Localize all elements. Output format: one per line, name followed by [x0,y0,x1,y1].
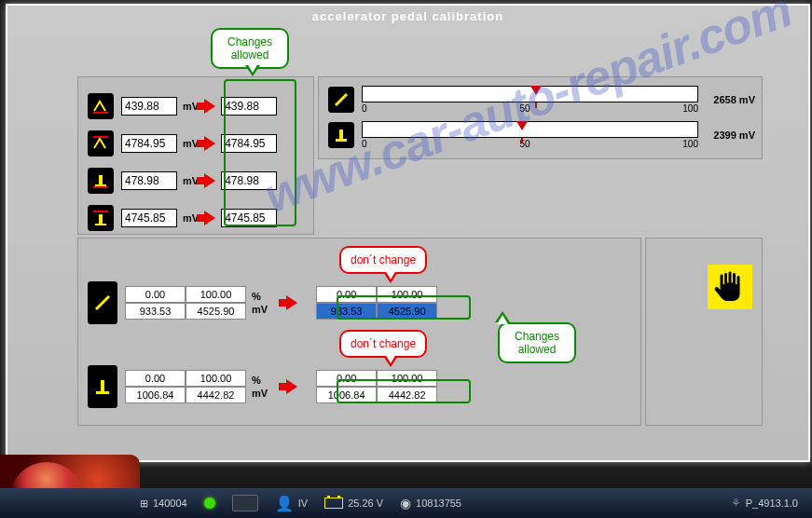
callout-changes-allowed-top: Changes allowed [211,28,289,69]
svg-rect-5 [99,214,103,224]
readout-1 [121,97,177,116]
arrow-icon [204,99,215,114]
panel-limits: 0.00100.00 933.534525.90 %mV 0.00100.00 … [77,238,641,426]
slider-1-icon [328,87,354,113]
arrow-icon [204,173,215,188]
arrow-icon [204,211,215,225]
highlight-editable-column [224,79,296,226]
svg-line-8 [336,94,347,105]
slider-2-track[interactable] [362,121,698,138]
callout-changes-allowed-bottom: Changes allowed [498,322,576,363]
taskbar-diag-icon: ⊞ [140,498,148,510]
readout-4 [121,209,177,227]
group-1-icon [88,281,117,324]
arrow-icon [286,379,297,394]
panel-sliders: 050100 2658 mV 050100 2399 mV [318,76,763,159]
slider-1-marker [530,86,542,95]
odometer-icon: ◉ [400,496,411,511]
callout-dont-change-2: don´t change [339,330,427,358]
connection-status-icon [204,498,215,509]
slider-2-marker [516,121,528,130]
head-icon: 👤 [275,495,294,512]
arrow-icon [204,136,215,151]
taskbar-voltage: 25.26 V [348,498,383,509]
slider-2-value: 2399 mV [704,130,755,141]
signal-low-1-icon [88,93,114,119]
stop-hand-icon [708,265,752,309]
callout-dont-change-1: don´t change [339,246,427,274]
signal-high-1-icon [88,130,114,157]
taskbar: ⊞140004 👤IV 25.26 V ◉10813755 ⚘P_4913.1.… [0,488,812,518]
highlight-group2-row2 [337,379,471,403]
panel-status [645,238,763,426]
svg-rect-13 [96,391,109,394]
page-title: accelerator pedal calibration [312,9,503,23]
main-window: accelerator pedal calibration Changes al… [6,4,810,462]
svg-rect-6 [95,224,106,225]
signal-high-2-icon [88,205,114,231]
slider-1-track[interactable] [362,86,698,102]
slider-1-value: 2658 mV [704,94,755,105]
signal-low-2-icon [88,168,114,194]
readout-2 [121,134,177,153]
taskbar-program: P_4913.1.0 [746,498,798,509]
battery-icon [324,498,343,509]
slider-2-icon [328,122,354,148]
group-2-icon [88,365,117,408]
svg-rect-10 [336,139,347,142]
title-bar: accelerator pedal calibration [7,6,808,28]
card-slot-icon [232,495,258,511]
program-link-icon: ⚘ [731,497,741,510]
taskbar-odometer: 10813755 [416,498,461,509]
readout-3 [121,171,177,190]
taskbar-code: 140004 [153,498,187,509]
svg-rect-2 [99,175,103,184]
svg-rect-12 [101,380,104,391]
svg-line-11 [96,296,109,309]
highlight-group1-row2 [337,295,471,320]
arrow-icon [286,295,297,310]
taskbar-level: IV [298,498,308,509]
svg-rect-9 [339,130,343,139]
